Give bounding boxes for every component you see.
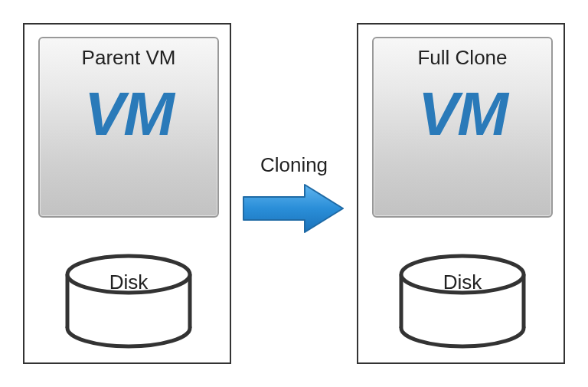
parent-disk-icon: Disk bbox=[63, 251, 194, 351]
arrow-right-icon bbox=[240, 182, 348, 235]
full-clone-vm-box: Full Clone VM bbox=[372, 37, 553, 218]
parent-disk-label: Disk bbox=[63, 271, 194, 294]
full-clone-container: Full Clone VM Disk bbox=[357, 23, 565, 364]
full-clone-title: Full Clone bbox=[417, 46, 507, 70]
clone-disk-icon: Disk bbox=[397, 251, 528, 351]
parent-vm-container: Parent VM VM Disk bbox=[23, 23, 231, 364]
cloning-arrow-block: Cloning bbox=[236, 153, 352, 235]
parent-vm-title: Parent VM bbox=[82, 46, 176, 70]
svg-marker-10 bbox=[243, 185, 343, 232]
clone-disk-label: Disk bbox=[397, 271, 528, 294]
parent-vm-box: Parent VM VM bbox=[38, 37, 219, 218]
vm-label-icon: VM bbox=[84, 84, 173, 145]
cloning-label: Cloning bbox=[236, 153, 352, 177]
vm-label-icon: VM bbox=[418, 84, 507, 145]
